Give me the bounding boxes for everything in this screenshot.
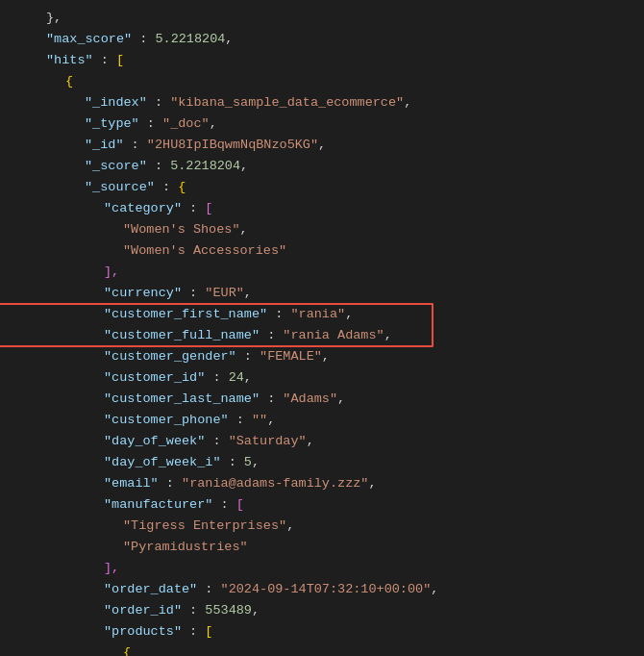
- code-line: "Tigress Enterprises",: [0, 516, 644, 537]
- code-line: "email" : "rania@adams-family.zzz",: [0, 473, 644, 494]
- code-line: "Pyramidustries": [0, 537, 644, 558]
- json-display: },"max_score" : 5.2218204,"hits" : [{"_i…: [0, 8, 644, 656]
- code-line: "_index" : "kibana_sample_data_ecommerce…: [0, 92, 644, 114]
- code-line: },: [0, 8, 644, 29]
- code-line: ],: [0, 558, 644, 579]
- code-line: "_source" : {: [0, 177, 644, 198]
- code-line: "_score" : 5.2218204,: [0, 156, 644, 177]
- code-line: "order_id" : 553489,: [0, 600, 644, 621]
- code-line: {: [0, 71, 644, 92]
- code-line: "day_of_week_i" : 5,: [0, 452, 644, 473]
- code-line: "customer_last_name" : "Adams",: [0, 389, 644, 410]
- code-line: "_type" : "_doc",: [0, 114, 644, 135]
- code-line: "manufacturer" : [: [0, 494, 644, 516]
- code-line: "customer_id" : 24,: [0, 367, 644, 389]
- code-line: "customer_gender" : "FEMALE",: [0, 346, 644, 367]
- code-line: "category" : [: [0, 198, 644, 219]
- code-line: "customer_phone" : "",: [0, 410, 644, 431]
- code-line: "Women's Accessories": [0, 240, 644, 262]
- code-line: "day_of_week" : "Saturday",: [0, 431, 644, 452]
- code-line: {: [0, 643, 644, 656]
- code-line: "customer_first_name" : "rania",: [0, 304, 644, 325]
- code-line: "customer_full_name" : "rania Adams",: [0, 325, 644, 346]
- code-line: "hits" : [: [0, 50, 644, 71]
- code-line: "currency" : "EUR",: [0, 283, 644, 304]
- code-line: "Women's Shoes",: [0, 219, 644, 240]
- code-line: "order_date" : "2024-09-14T07:32:10+00:0…: [0, 579, 644, 600]
- code-line: "max_score" : 5.2218204,: [0, 29, 644, 50]
- code-line: "_id" : "2HU8IpIBqwmNqBNzo5KG",: [0, 135, 644, 156]
- code-container: },"max_score" : 5.2218204,"hits" : [{"_i…: [0, 0, 644, 656]
- code-line: ],: [0, 262, 644, 283]
- code-line: "products" : [: [0, 621, 644, 643]
